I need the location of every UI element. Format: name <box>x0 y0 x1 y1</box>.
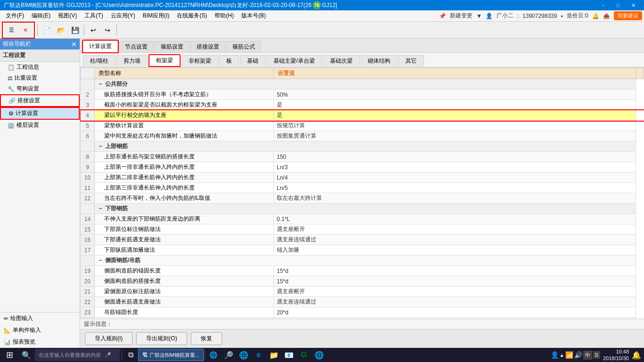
row-value[interactable]: Ln/3 <box>274 162 636 173</box>
row-value[interactable]: 15*d <box>274 266 636 276</box>
g-icon[interactable]: G <box>297 348 312 362</box>
sidebar-report[interactable]: 📊 报表预览 <box>0 336 80 348</box>
row-value[interactable]: 按图集贯通计算 <box>274 131 636 141</box>
taskbar-search[interactable]: 在这里输入你要搜索的内容 🎤 <box>35 349 120 361</box>
search-web-icon[interactable]: 🔎 <box>221 348 236 362</box>
tab-foundation-secondary-beam[interactable]: 基础次梁 <box>323 55 360 66</box>
menu-tools[interactable]: 工具(T) <box>81 11 107 21</box>
menu-bim[interactable]: BIM应用(I) <box>139 11 173 21</box>
row-value[interactable]: 150 <box>274 152 636 162</box>
mail-icon[interactable]: 📧 <box>281 348 297 362</box>
share-icon[interactable]: 📤 <box>603 13 610 19</box>
edge-icon[interactable]: e <box>251 348 266 362</box>
toolbar-module-nav[interactable]: ☰ <box>5 24 18 37</box>
table-row[interactable]: 19侧面构造筋的锚固长度15*d <box>81 266 644 276</box>
row-value[interactable]: 15*d <box>274 276 636 287</box>
row-value[interactable]: 按规范计算 <box>274 121 636 131</box>
network-sys-icon[interactable]: 📶 <box>565 351 573 359</box>
ie-icon[interactable]: 🌐 <box>206 348 221 362</box>
table-row[interactable]: 9上部第一排非通长筋伸入跨内的长度Ln/3 <box>81 162 644 173</box>
tab-masonry[interactable]: 砌体结构 <box>361 55 397 66</box>
section-toggle-icon[interactable]: － <box>98 257 103 263</box>
tab-shear-wall[interactable]: 剪力墙 <box>116 55 148 66</box>
tab-stirrup-formula[interactable]: 箍筋公式 <box>226 41 261 52</box>
toolbar-undo[interactable]: ↩ <box>87 24 100 37</box>
table-row[interactable]: 21梁侧面原位标注筋做法遇支座断开 <box>81 287 644 297</box>
table-row[interactable]: 12当左右跨不等时，伸入小跨内负筋的lL取值取左右最大跨计算 <box>81 193 644 204</box>
row-value[interactable]: 遇支座连续通过 <box>274 235 636 245</box>
browser-icon[interactable]: 🌐 <box>236 348 251 362</box>
row-value[interactable]: Ln/4 <box>274 173 636 183</box>
folder-icon[interactable]: 📁 <box>266 348 281 362</box>
section-toggle-icon[interactable]: － <box>98 205 103 212</box>
network-icon-task[interactable]: 🌐 <box>312 348 327 362</box>
app-window-button[interactable]: 🏗 广联达BIM钢筋算量... <box>138 349 204 361</box>
table-row[interactable]: 6梁中间支座处左右均有加腋时，加腋钢筋做法按图集贯通计算 <box>81 131 644 141</box>
section-toggle-icon[interactable]: － <box>98 81 103 87</box>
table-row[interactable]: 5梁垫铁计算设置按规范计算 <box>81 121 644 131</box>
menu-dropdown-icon[interactable]: ▼ <box>476 13 482 19</box>
menu-cloud[interactable]: 云应用(Y) <box>107 11 139 21</box>
toolbar-close-nav[interactable]: ✕ <box>19 24 32 37</box>
sidebar-single-input[interactable]: 📐 单构件输入 <box>0 324 80 336</box>
tab-overlap-settings[interactable]: 搭接设置 <box>190 41 225 52</box>
table-row[interactable]: 2纵筋搭接接头错开百分率（不考虑架立筋）50% <box>81 90 644 100</box>
row-value[interactable]: 遇支座连续通过 <box>274 297 636 307</box>
table-row[interactable]: 11上部第三排非通长筋伸入跨内的长度Ln/5 <box>81 183 644 193</box>
restore-button[interactable]: 恢复 <box>191 332 222 345</box>
row-value[interactable]: 是 <box>274 110 636 121</box>
row-value[interactable]: Ln/5 <box>274 183 636 193</box>
menu-help[interactable]: 帮助(H) <box>211 11 238 21</box>
tab-other[interactable]: 其它 <box>398 55 424 66</box>
sidebar-item-weight[interactable]: ⚖ 比重设置 <box>0 73 80 83</box>
tab-slab[interactable]: 板 <box>219 55 239 66</box>
table-row[interactable]: 17下部纵筋遇加腋做法锚入加腋 <box>81 245 644 255</box>
bell-icon[interactable]: 🔔 <box>592 13 599 19</box>
table-row[interactable]: 15下部原位标注钢筋做法遇支座断开 <box>81 224 644 235</box>
sidebar-item-floor[interactable]: 🏢 楼层设置 <box>0 120 80 131</box>
row-value[interactable]: 锚入加腋 <box>274 245 636 255</box>
row-value[interactable]: 是 <box>274 100 636 110</box>
menu-file[interactable]: 文件(F) <box>2 11 28 21</box>
table-row[interactable]: 22侧面通长筋遇支座做法遇支座连续通过 <box>81 297 644 307</box>
sidebar-item-bend[interactable]: 🔧 弯构设置 <box>0 83 80 94</box>
menu-version[interactable]: 版本号(B) <box>238 11 270 21</box>
toolbar-new[interactable]: 📄 <box>40 24 53 37</box>
tab-node-settings[interactable]: 节点设置 <box>119 41 154 52</box>
toolbar-redo[interactable]: ↪ <box>101 24 114 37</box>
sidebar-item-overlap[interactable]: 🔗 搭接设置 <box>0 94 80 107</box>
menu-online[interactable]: 在线服务(S) <box>173 11 211 21</box>
row-value[interactable]: 遇支座断开 <box>274 287 636 297</box>
suggest-button[interactable]: 我要建议 <box>614 11 642 20</box>
tab-foundation[interactable]: 基础 <box>240 55 265 66</box>
maximize-button[interactable]: □ <box>611 0 625 10</box>
tab-non-frame-beam[interactable]: 非框架梁 <box>182 55 218 66</box>
sidebar-draw-input[interactable]: ✏ 绘图输入 <box>0 313 80 324</box>
row-value[interactable]: 取左右最大跨计算 <box>274 193 636 204</box>
arrow-up-icon[interactable]: ▲ <box>560 353 564 358</box>
table-row[interactable]: 4梁以平行相交的墙为支座是 <box>81 110 644 121</box>
export-rules-button[interactable]: 导出规则(O) <box>136 332 187 345</box>
row-value[interactable]: 50% <box>274 90 636 100</box>
minimize-button[interactable]: － <box>596 0 610 10</box>
new-change-label[interactable]: 新建变更 <box>450 12 472 20</box>
table-row[interactable]: 14不伸入支座的下部钢筋距支座边的距离0.1*L <box>81 214 644 224</box>
sidebar-close-button[interactable]: ✕ <box>71 41 77 48</box>
row-value[interactable]: 0.1*L <box>274 214 636 224</box>
tab-foundation-main-beam[interactable]: 基础主梁/承台梁 <box>266 55 322 66</box>
table-row[interactable]: 8上部非通长筋与架立钢筋的搭接长度150 <box>81 152 644 162</box>
import-rules-button[interactable]: 导入规则(I) <box>85 332 132 345</box>
tab-calc-settings[interactable]: 计算设置 <box>83 41 118 52</box>
table-row[interactable]: 16下部通长筋遇支座做法遇支座连续通过 <box>81 235 644 245</box>
tab-frame-beam[interactable]: 框架梁 <box>149 54 181 67</box>
notification-icon[interactable]: 🔔 <box>632 351 641 360</box>
toolbar-save[interactable]: 💾 <box>68 24 82 37</box>
table-row[interactable]: 23吊筋锚固长度20*d <box>81 307 644 318</box>
input-method-s[interactable]: S <box>593 351 600 359</box>
table-row[interactable]: 20侧面构造筋的搭接长度15*d <box>81 276 644 287</box>
table-row[interactable]: 10上部第二排非通长筋伸入跨内的长度Ln/4 <box>81 173 644 183</box>
input-method-zh[interactable]: 中 <box>583 351 592 360</box>
toolbar-open[interactable]: 📂 <box>54 24 67 37</box>
menu-view[interactable]: 视图(V) <box>54 11 81 21</box>
sidebar-item-project-info[interactable]: 📋 工程信息 <box>0 62 80 73</box>
